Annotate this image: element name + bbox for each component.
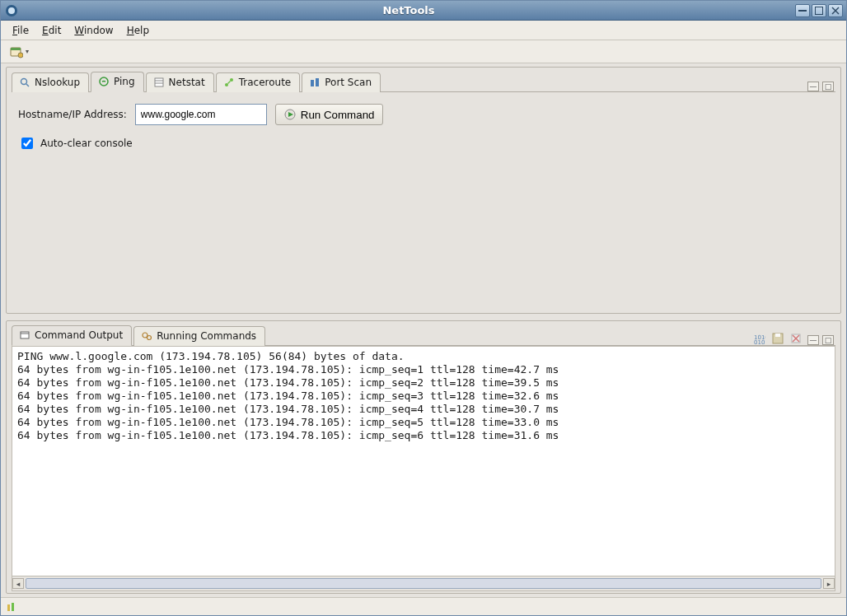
- maximize-button[interactable]: [812, 4, 826, 17]
- chevron-down-icon: ▾: [26, 48, 29, 55]
- tab-traceroute[interactable]: Traceroute: [216, 72, 301, 92]
- console-output[interactable]: PING www.l.google.com (173.194.78.105) 5…: [12, 346, 835, 576]
- route-icon: [223, 77, 235, 88]
- window-titlebar: NetTools: [1, 1, 846, 21]
- tab-label: Traceroute: [239, 77, 292, 88]
- svg-text:0101: 0101: [754, 339, 765, 344]
- tab-command-output[interactable]: Command Output: [12, 325, 132, 346]
- scroll-right-button[interactable]: ▸: [823, 578, 835, 589]
- svg-rect-33: [7, 604, 10, 611]
- svg-rect-12: [155, 78, 163, 86]
- tab-label: Ping: [114, 76, 135, 87]
- bottom-panel: Command Output Running Commands 10100101…: [6, 320, 841, 594]
- tab-ping[interactable]: Ping: [91, 72, 144, 92]
- clear-icon[interactable]: [789, 332, 803, 345]
- hostname-input[interactable]: [135, 104, 267, 125]
- maximize-panel-button[interactable]: □: [822, 335, 834, 345]
- status-icon: [6, 601, 17, 613]
- list-icon: [153, 77, 165, 88]
- horizontal-scrollbar[interactable]: ◂ ▸: [12, 576, 835, 591]
- run-command-label: Run Command: [301, 109, 375, 121]
- window-title: NetTools: [22, 4, 795, 16]
- app-icon: [4, 3, 19, 18]
- gears-icon: [141, 330, 152, 342]
- menu-edit[interactable]: Edit: [35, 22, 68, 39]
- autoclear-checkbox[interactable]: [21, 138, 33, 149]
- scan-icon: [309, 77, 321, 88]
- tab-nslookup[interactable]: Nslookup: [12, 72, 89, 92]
- svg-point-15: [225, 83, 228, 86]
- minimize-panel-button[interactable]: —: [807, 335, 819, 345]
- svg-point-16: [230, 78, 233, 82]
- svg-point-1: [8, 7, 15, 14]
- tab-label: Netstat: [169, 77, 205, 88]
- svg-point-25: [147, 336, 152, 340]
- svg-rect-2: [798, 10, 807, 12]
- top-panel: Nslookup Ping Netstat Traceroute Port Sc…: [6, 67, 841, 314]
- tab-label: Command Output: [35, 329, 123, 341]
- tab-netstat[interactable]: Netstat: [146, 72, 214, 92]
- menu-file[interactable]: File: [6, 22, 35, 39]
- scroll-left-button[interactable]: ◂: [12, 578, 24, 589]
- tab-portscan[interactable]: Port Scan: [302, 72, 381, 92]
- svg-rect-18: [311, 80, 314, 86]
- bottom-tab-row: Command Output Running Commands 10100101…: [7, 321, 840, 345]
- svg-rect-29: [775, 334, 780, 337]
- minimize-panel-button[interactable]: —: [807, 82, 819, 91]
- tab-label: Running Commands: [157, 330, 256, 342]
- search-icon: [19, 77, 30, 88]
- status-bar: [1, 597, 846, 615]
- toolbar: ▾: [1, 40, 846, 63]
- svg-rect-7: [11, 48, 21, 50]
- autoclear-label[interactable]: Auto-clear console: [40, 138, 133, 149]
- new-session-button[interactable]: ▾: [6, 43, 35, 61]
- card-icon: [10, 45, 23, 58]
- scroll-thumb[interactable]: [26, 578, 821, 589]
- binary-icon[interactable]: 10100101: [753, 332, 766, 345]
- top-tab-row: Nslookup Ping Netstat Traceroute Port Sc…: [7, 68, 840, 91]
- save-icon[interactable]: [771, 332, 784, 345]
- svg-point-8: [18, 53, 23, 58]
- tab-label: Port Scan: [325, 77, 372, 88]
- svg-line-10: [26, 84, 29, 86]
- menu-bar: File Edit Window Help: [1, 21, 846, 40]
- close-button[interactable]: [828, 4, 843, 17]
- ping-icon: [98, 76, 110, 87]
- menu-help[interactable]: Help: [120, 22, 156, 39]
- play-icon: [284, 109, 296, 120]
- svg-rect-34: [12, 603, 14, 611]
- svg-rect-22: [21, 332, 29, 338]
- minimize-button[interactable]: [795, 4, 810, 17]
- svg-rect-3: [816, 7, 823, 14]
- run-command-button[interactable]: Run Command: [275, 104, 384, 125]
- terminal-icon: [19, 329, 30, 341]
- tab-label: Nslookup: [35, 77, 80, 88]
- svg-rect-19: [316, 78, 319, 86]
- maximize-panel-button[interactable]: □: [822, 82, 834, 91]
- svg-line-17: [227, 82, 230, 84]
- svg-point-9: [21, 79, 27, 85]
- menu-window[interactable]: Window: [68, 22, 119, 39]
- hostname-label: Hostname/IP Address:: [18, 109, 127, 120]
- ping-tab-body: Hostname/IP Address: Run Command Auto-cl…: [7, 92, 840, 313]
- tab-running-commands[interactable]: Running Commands: [133, 326, 265, 346]
